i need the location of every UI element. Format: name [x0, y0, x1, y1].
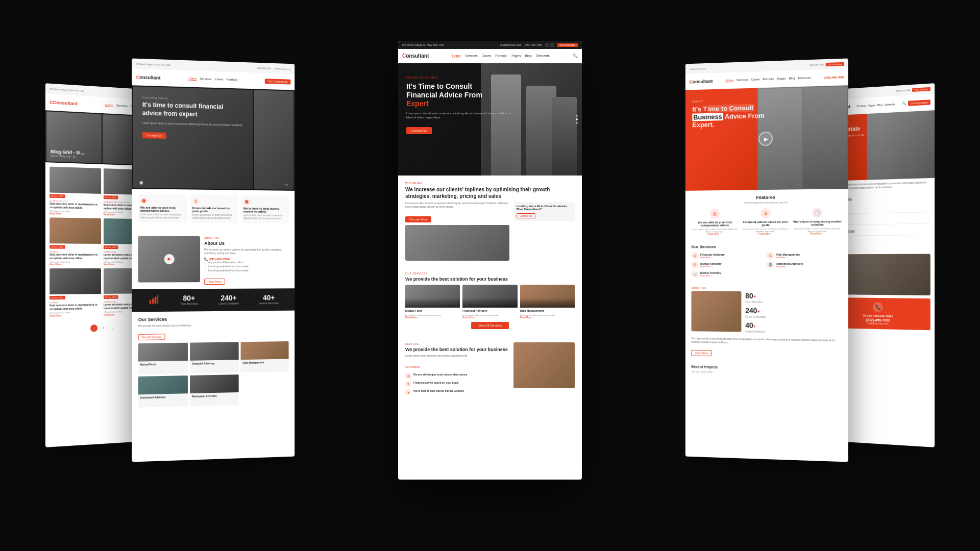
right-feat-link-1[interactable]: Read More →	[691, 233, 739, 236]
left-about-phone: 📞 (232)-456-7890	[204, 257, 289, 261]
center-navbar: Consultant Home Services Cases Portfolio…	[398, 49, 582, 63]
page-2[interactable]: 2	[100, 324, 107, 331]
left-svc-1-label: Mutual Fund	[138, 361, 188, 368]
center-svc-1: Mutual Fund Lorem ipsum dolor sit amet c…	[405, 285, 460, 319]
left-hero-content: Consulting Agency It's time to consult f…	[142, 96, 285, 141]
left-hero-btn[interactable]: Contact Us	[142, 132, 166, 139]
center-svc-2-link[interactable]: Read More →	[462, 316, 517, 319]
left-cta-btn[interactable]: Get Consultant	[265, 79, 291, 84]
center-sol-icon-3: ▲	[405, 389, 411, 395]
blog-post-5-meta: 28 Nov, 2022	[50, 295, 101, 299]
page-next[interactable]: ›	[109, 326, 110, 329]
blog-post-1-meta: 28 Nov, 2022	[50, 194, 101, 199]
social-icon-tw	[550, 43, 554, 47]
center-sol-right	[513, 342, 575, 397]
right-feat-3: 🕐 We're here to help during market volat…	[793, 208, 842, 235]
left-svc-1-img	[138, 343, 188, 362]
left-stat-3-label: Awards Received	[259, 302, 279, 305]
right-srv-link-1[interactable]: Read More →	[700, 256, 765, 259]
blog-post-3-readmore[interactable]: Read More	[50, 263, 101, 266]
right-srv-link-3[interactable]: Read More →	[700, 265, 765, 268]
center-consultant-btn[interactable]: Contact Us	[517, 213, 535, 218]
center-svc-3-link[interactable]: Read More →	[520, 316, 575, 319]
left-feature-2: Financial advice based on your goals Lor…	[190, 194, 238, 223]
center-hero-btn[interactable]: Contact Us	[406, 127, 432, 134]
right-srv-info-1: Financial Advisory Read More →	[700, 253, 765, 259]
center-sol-link[interactable]: Get Connect →	[405, 365, 423, 368]
center-address: 670 West College St. New York, USA	[402, 43, 444, 46]
case-cta-top[interactable]: Get Consultant	[912, 87, 930, 91]
page-1[interactable]: 1	[90, 324, 97, 332]
blog-post-1-readmore[interactable]: Read More	[50, 212, 101, 216]
center-sol-list: ◎ We are able to give truly independent …	[405, 373, 508, 395]
social-icon-fb	[545, 43, 549, 47]
right-phone: (232)-456-7890	[810, 63, 824, 66]
case-get-consultant-btn[interactable]: Get Consultant	[908, 99, 930, 106]
right-srv-5: 📊 Market Volatility Read More →	[691, 270, 765, 278]
right-feat-link-2[interactable]: Read More →	[742, 233, 790, 235]
right-stat-2-plus: +	[757, 309, 760, 314]
right-feat-icon-3: 🕐	[812, 208, 822, 218]
center-search-icon[interactable]: 🔍	[573, 54, 578, 58]
left-svc-4-label: Investment Advisory	[138, 393, 188, 400]
right-about-stat-3: 40+ Awards Received	[745, 321, 842, 334]
svg-rect-0	[150, 300, 151, 304]
left-about-list-3: It is a long established fact that a rea…	[204, 269, 289, 273]
page-last[interactable]: »	[112, 326, 113, 329]
case-search-icon[interactable]: 🔍	[902, 101, 906, 106]
right-about-read-more-btn[interactable]: Read More	[691, 350, 712, 357]
right-feat-link-3[interactable]: Read More →	[793, 233, 842, 235]
center-email-top: mail@domain.com	[500, 43, 521, 46]
right-logo[interactable]: Consultant	[690, 79, 713, 84]
center-svc-3-label: Risk Management	[520, 308, 575, 314]
center-sol-icon-1: ◎	[405, 373, 411, 379]
right-feat-desc-2: Lorem ipsum dolor sit amet consectetur a…	[742, 228, 790, 233]
left-about-play-btn[interactable]: ▶	[164, 254, 175, 264]
left-about-btn[interactable]: Read More	[204, 279, 225, 285]
center-sol-text-1: We are able to give truly independent ad…	[413, 373, 468, 377]
left-services-section: Our Services We provide the best solutio…	[132, 311, 295, 413]
center-sol-tag: Feature	[405, 342, 508, 345]
center-svc-1-link[interactable]: Read More →	[405, 316, 460, 319]
center-consultant-widget: Looking for a First-Class Business Plan …	[513, 202, 575, 261]
left-services-view-all-btn[interactable]: View All Services	[138, 334, 165, 340]
right-stat-1-label: Team Members	[745, 300, 842, 304]
left-nav-links: Home Services Cases Portfolio	[188, 77, 237, 82]
right-recent-projects: Recent Projects See our recent works	[685, 361, 848, 382]
right-feat-desc-1: Lorem ipsum dolor sit amet consectetur a…	[691, 228, 739, 233]
center-view-all-btn[interactable]: View All Services	[471, 322, 509, 329]
card-center: 670 West College St. New York, USA mail@…	[398, 41, 582, 480]
right-cta-top[interactable]: Get Consultant	[826, 62, 844, 66]
center-topbar: 670 West College St. New York, USA mail@…	[398, 41, 582, 49]
left-about-section: ▶ About Us About Us We increase our clie…	[132, 232, 295, 289]
center-hero-desc: Lorem ipsum dolor sit amet, consectetur …	[406, 112, 516, 119]
blog-logo[interactable]: CConsultant	[50, 99, 77, 106]
center-discover-btn[interactable]: Discover More	[405, 216, 431, 222]
right-srv-link-5[interactable]: Read More →	[700, 274, 765, 277]
center-svc-1-label: Mutual Fund	[405, 308, 460, 314]
right-srv-link-2[interactable]: Read More →	[776, 256, 842, 259]
center-hero-title: It's Time to Consult Financial Advice Fr…	[406, 82, 516, 108]
left-features: We are able to give truly independent ad…	[132, 189, 295, 232]
blog-post-1: 28 Nov, 2022 By admin | Business Quis au…	[50, 167, 101, 216]
center-who-right: Lorem ipsum dolor sit amet, consectetur …	[405, 202, 509, 261]
svg-rect-1	[152, 298, 154, 304]
right-srv-link-4[interactable]: Read More →	[776, 265, 842, 268]
left-logo[interactable]: Consultant	[136, 74, 161, 81]
center-logo[interactable]: Consultant	[402, 53, 429, 59]
right-srv-icon-1: $	[691, 253, 698, 260]
left-svc-4-img	[138, 375, 188, 394]
right-srv-icon-2: ⚠	[767, 252, 774, 259]
right-hero-title: It's Time to Consult Business Advice Fro…	[692, 103, 791, 129]
center-sol-item-2: $ Financial advice based on your goals	[405, 381, 508, 387]
center-services-section: Our Services We provide the best solutio…	[398, 267, 582, 337]
card-main-left: 670 West College St. New York, USA (232)…	[132, 58, 295, 462]
right-about-layout: 80+ Team Members 240+ Cases Completed 40…	[691, 291, 842, 337]
right-srv-icon-4: 🏦	[767, 261, 774, 268]
center-svc-tag: Our Services	[405, 272, 575, 275]
center-svc-2-img	[462, 285, 517, 308]
blog-post-5-readmore[interactable]: Read More	[50, 314, 101, 317]
center-cta-top[interactable]: Get Consultant	[557, 43, 578, 47]
right-stat-3-num: 40	[745, 321, 753, 330]
right-feat-title-1: We are able to give truly independent ad…	[691, 220, 739, 227]
